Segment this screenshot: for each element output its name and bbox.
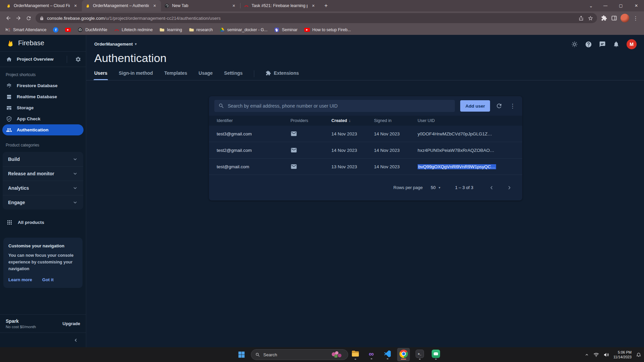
firebase-brand[interactable]: Firebase	[0, 35, 86, 52]
notification-bell-icon[interactable]	[636, 352, 641, 357]
youtube-icon: ▶	[304, 28, 310, 32]
tab-templates[interactable]: Templates	[164, 70, 187, 77]
gear-icon[interactable]	[75, 56, 81, 62]
help-icon[interactable]	[585, 41, 592, 48]
learn-more-link[interactable]: Learn more	[8, 277, 32, 282]
extensions-button[interactable]	[599, 13, 609, 23]
google-drive-icon	[219, 27, 225, 33]
taskbar-clock[interactable]: 5:06 PM 11/14/2023	[613, 350, 632, 360]
theme-toggle-sun-icon[interactable]	[571, 41, 578, 48]
column-providers[interactable]: Providers	[290, 118, 331, 123]
got-it-button[interactable]: Got it	[42, 277, 54, 282]
tab-close-icon[interactable]: ✕	[72, 3, 78, 9]
next-page-button[interactable]	[506, 185, 512, 191]
bookmark-how-to-setup-firebase[interactable]: ▶ How to setup Fireb...	[304, 27, 351, 32]
user-search-input[interactable]	[228, 103, 451, 109]
tab-close-icon[interactable]: ✕	[152, 3, 158, 9]
sidebar-item-authentication[interactable]: Authentication	[2, 124, 84, 135]
bookmark-folder-learning[interactable]: learning	[159, 27, 182, 33]
browser-toolbar: console.firebase.google.com/u/1/project/…	[0, 11, 644, 25]
table-row[interactable]: test@gmail.com 13 Nov 2023 14 Nov 2023 b…	[209, 159, 522, 175]
tab-close-icon[interactable]: ✕	[310, 3, 316, 9]
account-avatar[interactable]: M	[627, 39, 637, 49]
bookmark-youtube[interactable]: ▶	[65, 28, 71, 32]
sidebar-category-engage[interactable]: Engage	[3, 195, 83, 209]
feedback-icon[interactable]	[599, 41, 606, 48]
wifi-icon[interactable]	[593, 352, 599, 358]
star-icon	[588, 15, 593, 21]
taskbar-file-explorer[interactable]	[349, 348, 362, 361]
column-created-sorted[interactable]: Created↓	[331, 118, 374, 123]
previous-page-button[interactable]	[489, 185, 495, 191]
tabs-divider	[86, 80, 644, 80]
column-user-uid[interactable]: User UID	[418, 118, 522, 123]
tab-search-button[interactable]: ⌄	[584, 0, 598, 11]
taskbar-chrome-active[interactable]	[397, 348, 410, 361]
tab-usage[interactable]: Usage	[199, 70, 213, 77]
sidebar-item-storage[interactable]: Storage	[0, 102, 86, 113]
sidebar-item-project-overview[interactable]: Project Overview	[0, 52, 86, 67]
browser-tab-3[interactable]: New Tab ✕	[161, 0, 240, 11]
column-identifier[interactable]: Identifier	[217, 118, 290, 123]
table-row[interactable]: test3@gmail.com 14 Nov 2023 14 Nov 2023 …	[209, 126, 522, 142]
share-button[interactable]	[576, 13, 586, 23]
back-button[interactable]	[3, 13, 13, 23]
card-menu-button[interactable]: ⋮	[508, 102, 517, 110]
sidebar-item-firestore-database[interactable]: Firestore Database	[0, 80, 86, 91]
tab-users[interactable]: Users	[94, 70, 107, 77]
tab-extensions[interactable]: Extensions	[266, 70, 299, 77]
address-bar[interactable]: console.firebase.google.com/u/1/project/…	[36, 13, 597, 23]
sidebar-item-all-products[interactable]: All products	[0, 216, 86, 229]
browser-tab-4[interactable]: Task #521: Firebase learning pha ✕	[240, 0, 320, 11]
new-tab-button[interactable]: +	[322, 1, 330, 10]
taskbar-terminal[interactable]: >_	[413, 348, 426, 361]
sidebar-category-build[interactable]: Build	[3, 152, 83, 166]
taskbar-visual-studio[interactable]: ∞	[365, 348, 378, 361]
browser-tab-2-active[interactable]: OrderManagement – Authentica ✕	[82, 0, 161, 11]
add-user-button[interactable]: Add user	[460, 100, 490, 112]
bookmark-github[interactable]: DucMinhNe	[77, 27, 107, 33]
sidebar-item-app-check[interactable]: App Check	[0, 113, 86, 124]
side-panel-button[interactable]	[609, 13, 619, 23]
bookmark-facebook[interactable]: f	[53, 27, 58, 33]
window-close-button[interactable]: ✕	[629, 0, 644, 11]
main-content: OrderManagement ▾ M Authentication Users…	[86, 35, 644, 347]
taskbar-search-box[interactable]: Search	[251, 349, 348, 360]
bookmark-smart-attendance[interactable]: Smart Attendance	[5, 27, 46, 33]
bookmark-label: research	[197, 27, 213, 32]
tab-close-icon[interactable]: ✕	[231, 3, 237, 9]
taskbar-vscode[interactable]	[381, 348, 394, 361]
bookmark-star-button[interactable]	[586, 13, 595, 23]
collapse-sidebar-icon[interactable]	[73, 338, 78, 343]
table-row[interactable]: test2@gmail.com 14 Nov 2023 14 Nov 2023 …	[209, 142, 522, 159]
bookmark-seminar[interactable]: Seminar	[274, 27, 298, 33]
tab-settings[interactable]: Settings	[224, 70, 243, 77]
bell-icon[interactable]	[613, 41, 620, 48]
refresh-button[interactable]	[495, 102, 503, 110]
forward-button[interactable]	[13, 13, 23, 23]
user-search-box[interactable]	[214, 100, 455, 112]
upgrade-button[interactable]: Upgrade	[62, 321, 80, 326]
browser-menu-button[interactable]: ⋮	[631, 13, 641, 23]
start-button[interactable]	[237, 350, 246, 359]
browser-profile-avatar[interactable]	[621, 14, 629, 22]
window-minimize-button[interactable]: —	[598, 0, 613, 11]
sidebar-item-realtime-database[interactable]: Realtime Database	[0, 91, 86, 102]
rows-per-page-select[interactable]: 50 ▾	[431, 185, 440, 190]
bookmark-seminar-docker[interactable]: seminar_docker - G...	[219, 27, 267, 33]
tray-expand-icon[interactable]	[585, 353, 589, 357]
volume-icon[interactable]	[603, 352, 609, 358]
bookmark-lifetech-redmine[interactable]: Lifetech redmine	[114, 27, 153, 33]
breadcrumb[interactable]: OrderManagement ▾	[86, 35, 644, 47]
browser-tab-1[interactable]: OrderManagement – Cloud Fires ✕	[3, 0, 82, 11]
column-signed-in[interactable]: Signed in	[374, 118, 418, 123]
sidebar-category-release-and-monitor[interactable]: Release and monitor	[3, 166, 83, 181]
tab-sign-in-method[interactable]: Sign-in method	[119, 70, 153, 77]
reload-button[interactable]	[23, 13, 34, 23]
user-uid: hxz4PUN0xPeiaW7BxRrAQZOBAO…	[418, 148, 522, 153]
bookmark-folder-research[interactable]: research	[189, 27, 213, 33]
window-maximize-button[interactable]: ▢	[613, 0, 629, 11]
taskbar-emulator[interactable]	[429, 348, 442, 361]
firebase-logo-icon	[7, 40, 14, 47]
sidebar-category-analytics[interactable]: Analytics	[3, 181, 83, 195]
